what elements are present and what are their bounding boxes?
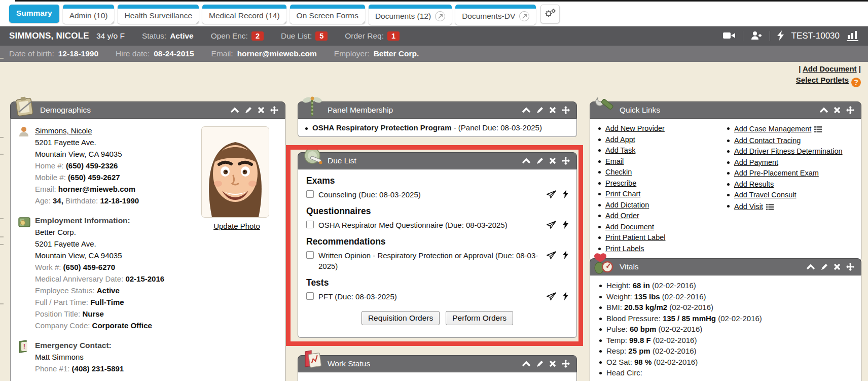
flowsheet-chart-icon[interactable] <box>847 30 859 43</box>
quick-link[interactable]: Email <box>605 157 624 167</box>
hire-date-label: Hire date: <box>116 49 150 58</box>
work-status-body <box>298 372 577 381</box>
due-item-checkbox[interactable] <box>306 292 314 300</box>
help-icon[interactable]: ? <box>851 78 861 87</box>
collapse-icon[interactable] <box>819 107 828 113</box>
quick-link[interactable]: Prescribe <box>605 179 636 189</box>
emergency-phone-label: Phone #1: <box>35 364 69 373</box>
edit-icon[interactable] <box>244 106 252 114</box>
tab-medical-record[interactable]: Medical Record (14) <box>202 5 286 24</box>
quick-links-header: Quick Links <box>590 101 861 119</box>
employee-status-value: Active <box>97 286 120 295</box>
move-icon[interactable] <box>561 156 570 165</box>
age-label: Age: <box>35 196 51 205</box>
perform-orders-button[interactable]: Perform Orders <box>446 311 513 325</box>
requisition-orders-button[interactable]: Requisition Orders <box>361 311 440 325</box>
quick-link[interactable]: Add Results <box>734 180 774 190</box>
vital-row: Waist Circ: <box>599 379 855 381</box>
tab-settings-button[interactable] <box>540 5 560 23</box>
due-item-label: Written Opinion - Respiratory Protection… <box>318 250 538 271</box>
quick-link[interactable]: Add Pre-Placement Exam <box>734 168 819 179</box>
collapse-icon[interactable] <box>522 107 531 113</box>
address-line: Mountain View, CA 94035 <box>35 148 139 160</box>
perform-lightning-icon[interactable] <box>563 220 568 229</box>
quick-link[interactable]: Add Driver Fitness Determination <box>734 147 843 157</box>
quick-links-column-1: Add New Provider Add Appt Add Task Email… <box>598 124 727 255</box>
edit-icon[interactable] <box>820 263 828 271</box>
quick-link[interactable]: Print Patient Label <box>605 233 666 243</box>
patient-name-link[interactable]: Simmons, Nicole <box>35 126 92 135</box>
move-icon[interactable] <box>846 262 855 271</box>
requisition-send-icon[interactable] <box>546 292 557 301</box>
add-document-link[interactable]: Add Document <box>803 64 857 73</box>
edit-icon[interactable] <box>536 360 544 368</box>
quick-link[interactable]: Add Appt <box>605 135 635 145</box>
move-icon[interactable] <box>846 106 855 115</box>
page-actions: | Add Document | Select Portlets? <box>796 63 861 87</box>
quick-link[interactable]: Print Chart <box>605 189 640 199</box>
tab-on-screen-forms[interactable]: On Screen Forms <box>290 5 365 24</box>
quick-link[interactable]: Add Task <box>605 146 635 156</box>
open-enc-badge[interactable]: 2 <box>251 31 264 41</box>
collapse-icon[interactable] <box>522 361 531 367</box>
quick-link[interactable]: Add Document <box>605 222 654 232</box>
select-portlets-link[interactable]: Select Portlets <box>796 76 849 84</box>
due-item-checkbox[interactable] <box>306 251 314 259</box>
collapse-icon[interactable] <box>522 158 531 164</box>
due-item-checkbox[interactable] <box>306 190 314 198</box>
vital-row: Blood Pressure: 135 / 85 mmHg (02-02-201… <box>599 314 855 324</box>
video-call-icon[interactable] <box>722 31 736 42</box>
requisition-send-icon[interactable] <box>546 190 557 199</box>
quick-link[interactable]: Add New Provider <box>605 124 665 134</box>
birthdate-value: 12-18-1990 <box>100 196 139 205</box>
collapse-icon[interactable] <box>230 107 239 113</box>
external-link-icon[interactable] <box>519 11 529 21</box>
order-req-badge[interactable]: 1 <box>387 31 400 41</box>
external-link-icon[interactable] <box>435 11 445 21</box>
close-icon[interactable] <box>549 157 556 164</box>
collapse-icon[interactable] <box>806 264 815 270</box>
tab-documents-dv[interactable]: Documents-DV <box>455 5 536 25</box>
update-photo-link[interactable]: Update Photo <box>213 220 260 232</box>
quick-link[interactable]: Add Contact Tracing <box>734 136 801 146</box>
perform-lightning-icon[interactable] <box>563 190 568 198</box>
quick-link[interactable]: Add Order <box>605 211 639 221</box>
quick-link[interactable]: Add Visit <box>734 202 763 211</box>
quick-link[interactable]: Add Dictation <box>605 200 649 211</box>
tab-documents[interactable]: Documents (12) <box>369 5 452 25</box>
close-icon[interactable] <box>549 360 556 367</box>
tab-health-surveillance[interactable]: Health Surveillance <box>118 5 199 24</box>
edit-icon[interactable] <box>536 157 544 165</box>
address-line: 5201 Fayette Ave. <box>35 136 139 148</box>
due-item-label: OSHA Respirator Med Questionnaire (Due: … <box>318 220 538 230</box>
home-phone-label: Home #: <box>35 161 64 170</box>
clipboard-icon <box>14 95 36 117</box>
perform-lightning-icon[interactable] <box>563 292 568 300</box>
position-label: Position Title: <box>35 309 80 318</box>
move-icon[interactable] <box>561 106 570 115</box>
close-icon[interactable] <box>834 263 841 270</box>
quick-link[interactable]: Add Travel Consult <box>734 190 797 200</box>
close-icon[interactable] <box>258 107 265 114</box>
requisition-send-icon[interactable] <box>546 220 557 229</box>
tab-admin[interactable]: Admin (10) <box>63 5 115 24</box>
move-icon[interactable] <box>561 359 570 368</box>
home-phone-value: (650) 459-2326 <box>66 161 118 170</box>
close-icon[interactable] <box>549 107 556 114</box>
quick-links-column-2: Add Case Management Add Contact Tracing … <box>727 124 856 255</box>
quick-link[interactable]: Checkin <box>605 167 632 178</box>
tab-summary[interactable]: Summary <box>9 5 59 23</box>
close-icon[interactable] <box>834 107 841 114</box>
due-list-badge[interactable]: 5 <box>315 31 328 41</box>
quick-link[interactable]: Add Case Management <box>734 125 811 133</box>
perform-lightning-icon[interactable] <box>563 251 568 259</box>
quick-link[interactable]: Add Payment <box>734 158 778 168</box>
quick-links-title: Quick Links <box>620 106 660 115</box>
demo-email-label: Email: <box>35 185 56 193</box>
edit-icon[interactable] <box>536 106 544 114</box>
add-user-icon[interactable] <box>750 30 763 42</box>
lightning-icon[interactable] <box>777 30 784 42</box>
requisition-send-icon[interactable] <box>546 251 557 260</box>
due-item-checkbox[interactable] <box>306 221 314 228</box>
move-icon[interactable] <box>270 106 279 115</box>
